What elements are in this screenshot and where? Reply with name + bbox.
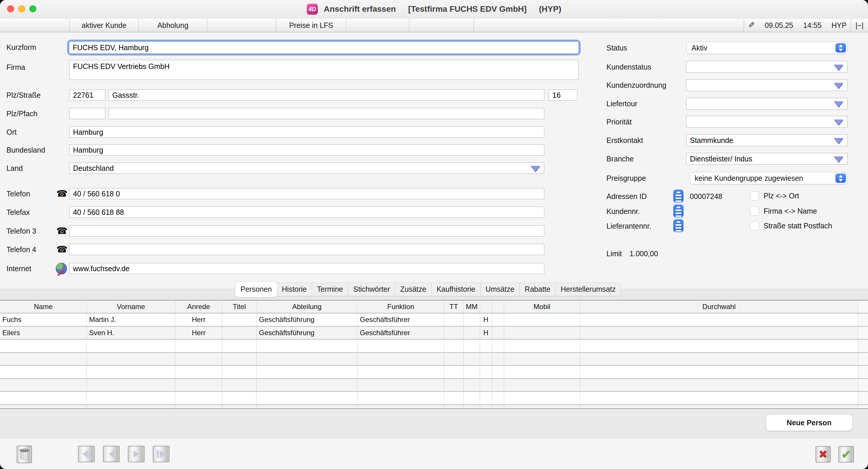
tab-personen[interactable]: Personen (235, 282, 277, 297)
chevron-down-icon (834, 119, 843, 125)
tab-termine[interactable]: Termine (312, 283, 348, 296)
table-cell (222, 379, 256, 391)
telefax-field[interactable]: 40 / 560 618 88 (69, 207, 544, 218)
table-cell (464, 340, 480, 352)
erstkontakt-dropdown[interactable]: Stammkunde (686, 135, 847, 146)
tab-herstellerumsatz[interactable]: Herstellerumsatz (556, 283, 621, 296)
toolbar: aktiver Kunde Abholung Preise in LFS ✎ 0… (0, 18, 868, 32)
table-row[interactable] (0, 379, 868, 392)
checkbox-plz-ort[interactable] (750, 192, 759, 201)
popup-chevrons-icon (835, 173, 846, 183)
tab-zusätze[interactable]: Zusätze (395, 283, 432, 296)
land-dropdown[interactable]: Deutschland (69, 163, 544, 174)
firma-field[interactable]: FUCHS EDV Vertriebs GmbH (69, 60, 579, 80)
tab-historie[interactable]: Historie (277, 283, 312, 296)
nav-next-record-button[interactable] (128, 446, 145, 462)
table-row[interactable] (0, 340, 868, 353)
column-header[interactable]: Name (0, 300, 87, 313)
liefertour-dropdown[interactable] (686, 98, 847, 110)
table-cell (480, 340, 492, 352)
lieferantennr-list-icon[interactable] (673, 219, 684, 232)
column-header[interactable]: Mobil (504, 300, 580, 313)
table-row[interactable] (0, 405, 868, 409)
preisgruppe-popup[interactable]: keine Kundengruppe zugewiesen (690, 172, 847, 184)
prioritaet-dropdown[interactable] (686, 116, 847, 128)
strasse-field[interactable]: Gassstr. (108, 89, 544, 101)
chevron-down-icon (834, 156, 843, 162)
column-header[interactable]: Titel (222, 300, 256, 313)
table-cell (175, 340, 222, 352)
table-row[interactable] (0, 353, 868, 366)
table-cell (444, 327, 464, 339)
nav-previous-record-button[interactable] (103, 446, 120, 462)
table-cell (0, 405, 87, 409)
confirm-button[interactable]: ✔ (838, 446, 854, 463)
table-header-row: NameVornameAnredeTitelAbteilungFunktionT… (0, 300, 868, 314)
table-cell (504, 340, 580, 352)
toolbar-button-abholung[interactable]: Abholung (139, 19, 207, 32)
label-internet: Internet (6, 263, 31, 274)
table-cell (222, 327, 256, 339)
title-bar: 4D Anschrift erfassen [Testfirma FUCHS E… (0, 0, 868, 18)
cancel-button[interactable]: ✖ (815, 446, 831, 463)
neue-person-button[interactable]: Neue Person (766, 414, 852, 431)
window-title: 4D Anschrift erfassen [Testfirma FUCHS E… (0, 0, 868, 18)
column-header[interactable]: Vorname (87, 300, 175, 313)
telefon3-field[interactable] (69, 226, 544, 237)
telefon-field[interactable]: 40 / 560 618 0 (69, 188, 544, 199)
table-scroll-strip (858, 300, 868, 313)
toolbar-button-preise-in-lfs[interactable]: Preise in LFS (276, 19, 346, 32)
delete-record-button[interactable] (17, 445, 32, 463)
table-cell (256, 353, 358, 365)
kurzform-field[interactable]: FUCHS EDV, Hamburg (69, 41, 579, 54)
chevron-down-icon (834, 65, 843, 70)
tab-rabatte[interactable]: Rabatte (520, 283, 556, 296)
tab-stichwörter[interactable]: Stichwörter (348, 283, 395, 296)
internet-field[interactable]: www.fuchsedv.de (69, 263, 544, 274)
table-row[interactable]: FuchsMartin J.HerrGeschäftsführungGeschä… (0, 314, 868, 327)
toolbar-window-control[interactable]: |−| (851, 19, 868, 32)
kundennr-list-icon[interactable] (673, 205, 684, 217)
column-header[interactable]: Durchwahl (580, 300, 858, 313)
checkbox-strasse-statt-postfach[interactable] (750, 221, 759, 230)
label-erstkontakt: Erstkontakt (607, 135, 643, 146)
table-cell (256, 366, 358, 378)
table-row[interactable]: EilersSven H.HerrGeschäftsführungGeschäf… (0, 327, 868, 340)
table-cell (464, 353, 480, 365)
ort-field[interactable]: Hamburg (69, 126, 544, 138)
nav-first-record-button[interactable] (78, 446, 95, 462)
plz-field[interactable]: 22761 (69, 89, 105, 101)
pfach-plz-field[interactable] (69, 108, 105, 119)
column-header[interactable]: TT (444, 300, 464, 313)
label-kundennr: Kundennr. (607, 206, 640, 217)
table-row[interactable] (0, 366, 868, 379)
table-row[interactable] (0, 392, 868, 405)
table-cell (175, 405, 222, 409)
column-header[interactable]: Funktion (358, 300, 444, 313)
toolbar-button-aktiver-kunde[interactable]: aktiver Kunde (70, 19, 139, 32)
table-cell: H (480, 327, 492, 339)
status-popup[interactable]: Aktiv (686, 42, 847, 54)
kundenstatus-dropdown[interactable] (686, 61, 847, 73)
kundenzuordnung-dropdown[interactable] (686, 79, 847, 91)
adressen-id-list-icon[interactable] (673, 189, 684, 203)
table-cell (87, 392, 175, 404)
tab-kaufhistorie[interactable]: Kaufhistorie (432, 283, 480, 296)
limit-label: Limit (607, 248, 622, 259)
column-header[interactable] (492, 300, 504, 313)
column-header[interactable] (480, 300, 492, 313)
tab-umsätze[interactable]: Umsätze (480, 283, 520, 296)
column-header[interactable]: Abteilung (256, 300, 358, 313)
hausnummer-field[interactable]: 16 (549, 89, 578, 101)
column-header[interactable]: MM (464, 300, 480, 313)
table-cell (444, 340, 464, 352)
bundesland-field[interactable]: Hamburg (69, 144, 544, 155)
telefon4-field[interactable] (69, 244, 544, 255)
column-header[interactable]: Anrede (175, 300, 222, 313)
postfach-field[interactable] (108, 108, 544, 119)
checkbox-firma-name[interactable] (750, 207, 759, 216)
globe-icon[interactable] (56, 263, 67, 274)
nav-last-record-button[interactable] (153, 446, 169, 462)
branche-dropdown[interactable]: Dienstleister/ Indus (686, 153, 847, 165)
label-telefon4: Telefon 4 (6, 244, 36, 255)
